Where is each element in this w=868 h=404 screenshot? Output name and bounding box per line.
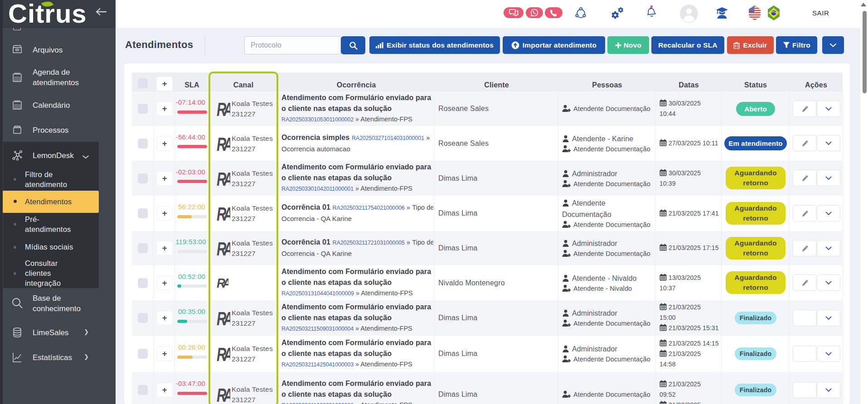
svg-text:RA: RA: [217, 102, 230, 117]
svg-text:RA: RA: [217, 241, 230, 257]
svg-text:RA: RA: [217, 347, 230, 362]
svg-text:RA: RA: [217, 172, 230, 187]
svg-text:RA: RA: [217, 137, 230, 152]
svg-text:RA: RA: [217, 311, 230, 327]
svg-text:RA: RA: [217, 277, 228, 289]
svg-text:RA: RA: [217, 207, 230, 222]
svg-text:RA: RA: [217, 388, 230, 403]
